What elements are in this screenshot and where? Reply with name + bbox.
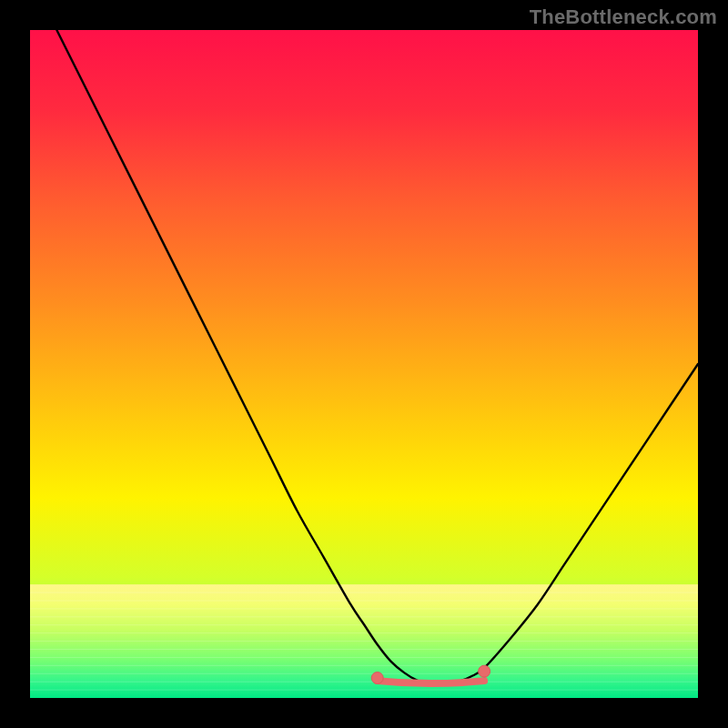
watermark-text: TheBottleneck.com	[530, 5, 717, 29]
outer-frame: TheBottleneck.com	[0, 0, 728, 728]
bottom-band	[30, 584, 698, 698]
bottleneck-chart	[30, 30, 698, 698]
marker-dot	[479, 665, 490, 677]
marker-dot	[371, 672, 383, 683]
optimal-range-segment	[378, 681, 484, 683]
plot-area	[30, 30, 698, 698]
